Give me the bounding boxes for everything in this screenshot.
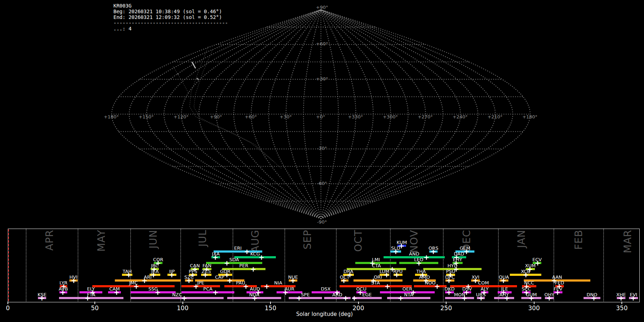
- axis-tick-label: 150: [265, 304, 276, 312]
- shower-code-label: PCA: [203, 286, 213, 292]
- month-label: AUG: [249, 230, 261, 253]
- shower-code-label: NIA: [274, 280, 282, 286]
- month-label: MAR: [622, 230, 634, 253]
- month-boundary-line: [130, 229, 131, 301]
- month-boundary-line: [498, 229, 499, 301]
- shower-code-label: SPE: [301, 292, 309, 297]
- month-label: JUL: [197, 230, 209, 247]
- month-boundary-line: [78, 229, 78, 301]
- axis-tick-label: 300: [528, 304, 540, 312]
- month-label: JUN: [147, 230, 159, 249]
- shower-code-label: STA: [371, 280, 380, 286]
- month-boundary-line: [233, 229, 233, 301]
- axis-tick: [270, 302, 271, 304]
- axis-tick-label: 100: [177, 304, 188, 312]
- axis-tick-label: 200: [352, 304, 364, 312]
- month-boundary-line: [26, 229, 26, 301]
- activity-timeline-chart: Solar longitude (deg) APRMAYJUNJULAUGSEP…: [0, 0, 644, 322]
- axis-tick: [8, 302, 8, 304]
- shower-code-label: NTA: [404, 292, 414, 297]
- axis-tick: [358, 302, 359, 304]
- x-axis-label: Solar longitude (deg): [296, 311, 353, 317]
- current-solar-longitude-marker: [8, 229, 9, 301]
- shower-code-label: SDA: [229, 257, 239, 262]
- month-label: OCT: [352, 230, 364, 252]
- shower-code-label: ERI: [234, 245, 241, 251]
- axis-tick: [94, 302, 95, 304]
- axis-tick: [446, 302, 447, 304]
- month-label: MAY: [96, 230, 107, 252]
- shower-code-label: COM: [478, 280, 489, 286]
- month-label: APR: [44, 230, 55, 251]
- axis-tick-label: 0: [6, 304, 10, 312]
- month-label: NOV: [408, 230, 420, 253]
- shower-code-label: DSX: [321, 286, 331, 292]
- meteor-shower-activity-screen: +90°+60°+30°-30°-60°-90°+180°+150°+120°+…: [0, 0, 644, 322]
- shower-code-label: CTA: [372, 263, 381, 268]
- axis-tick-label: 50: [91, 304, 99, 312]
- shower-code-label: AND: [409, 251, 419, 257]
- month-boundary-line: [603, 229, 604, 301]
- axis-tick-label: 250: [440, 304, 452, 312]
- shower-code-label: ARD: [332, 292, 342, 297]
- month-label: JAN: [516, 230, 527, 248]
- month-label: FEB: [573, 230, 585, 250]
- month-boundary-line: [443, 229, 444, 301]
- shower-code-label: PER: [239, 263, 248, 268]
- month-label: SEP: [302, 230, 313, 249]
- month-boundary-line: [180, 229, 181, 301]
- shower-code-label: CAP: [215, 274, 224, 280]
- shower-code-label: EGE: [362, 292, 372, 297]
- axis-tick-label: 350: [616, 304, 628, 312]
- shower-code-label: NZC: [172, 292, 182, 297]
